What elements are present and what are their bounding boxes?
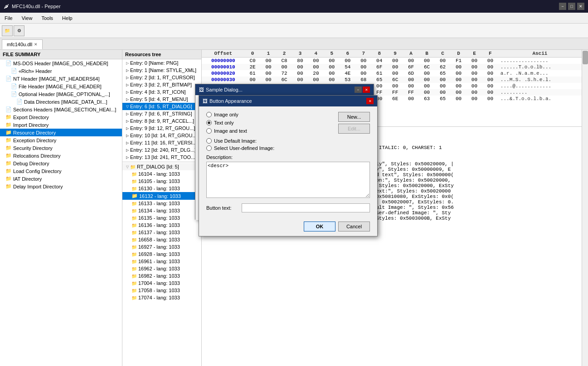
sub-entry-16136[interactable]: 📁 16136 - lang: 1033 [122,222,201,229]
side-buttons-group: New... Edit... [338,112,370,151]
sample-dialog-minimize[interactable]: − [355,87,362,93]
tree-export-directory[interactable]: 📁 Export Directory [0,113,122,121]
sub-entry-16104[interactable]: 📁 16104 - lang: 1033 [122,170,201,178]
res-entry-13[interactable]: ▷ Entry: 13 [Id: 241, RT_TOO...] [122,154,201,161]
radio-image-and-text[interactable]: Image and text [206,128,335,134]
res-entry-11[interactable]: ▷ Entry: 11 [Id: 16, RT_VERSI...] [122,139,201,146]
sub-entry-16658[interactable]: 📁 16658 - lang: 1033 [122,236,201,243]
radio-use-default-image[interactable]: Use Default Image: [206,138,335,144]
tree-dos-header[interactable]: 📄 MS-DOS Header [IMAGE_DOS_HEADER] [0,59,122,67]
res-entry-6[interactable]: ▽ Entry: 6 [Id: 5, RT_DIALOG] [122,103,201,110]
hex-header-offset: Offset [202,50,245,58]
tree-nt-header[interactable]: 📄 NT Header [IMAGE_NT_HEADERS64] [0,75,122,82]
tree-data-directories[interactable]: 📄 Data Directories [IMAGE_DATA_DI...] [0,98,122,106]
folder-icon: 📁 [131,193,138,199]
res-entry-2[interactable]: ▷ Entry: 2 [Id: 1, RT_CURSOR] [122,74,201,81]
radio-circle-image-and-text [206,128,212,134]
image-source-group: Use Default Image: Select User-defined I… [206,138,335,151]
folder-icon: 📁 [131,281,137,286]
tree-exception-directory[interactable]: 📁 Exception Directory [0,136,122,144]
tree-iat-directory[interactable]: 📁 IAT Directory [0,175,122,183]
sub-entry-16961[interactable]: 📁 16961 - lang: 1033 [122,258,201,265]
tab-bar: mfc140u.dll ✕ [0,38,588,50]
folder-icon: 📁 [131,274,137,279]
sub-entry-17058[interactable]: 📁 17058 - lang: 1033 [122,287,201,294]
tree-optional-header[interactable]: 📄 Optional Header [IMAGE_OPTIONAL_...] [0,90,122,98]
tree-sections-headers[interactable]: 📄 Sections Headers [IMAGE_SECTION_HEAI..… [0,106,122,113]
menu-view[interactable]: View [19,14,35,22]
expand-icon: ▷ [126,76,129,80]
sub-entry-16132[interactable]: 📁 16132 - lang: 1033 [122,192,201,200]
tab-mfc140u[interactable]: mfc140u.dll ✕ [2,39,43,49]
tree-file-header[interactable]: 📄 File Header [IMAGE_FILE_HEADER] [0,82,122,90]
toolbar-button-2[interactable]: ⚙ [14,25,24,36]
res-entry-5[interactable]: ▷ Entry: 5 [Id: 4, RT_MENU] [122,96,201,103]
sub-entry-16130[interactable]: 📁 16130 - lang: 1033 [122,185,201,192]
menu-tools[interactable]: Tools [39,14,56,22]
radio-options-group: Image only Text only Image and text Use … [206,112,335,151]
new-button[interactable]: New... [338,112,370,122]
res-entry-12[interactable]: ▷ Entry: 12 [Id: 240, RT_DLG...] [122,146,201,154]
cancel-button[interactable]: Cancel [338,222,370,231]
close-button[interactable]: ✕ [577,3,584,10]
res-entry-7[interactable]: ▷ Entry: 7 [Id: 6, RT_STRING] [122,110,201,117]
sub-entry-16105[interactable]: 📁 16105 - lang: 1033 [122,178,201,185]
minimize-button[interactable]: − [559,3,566,10]
tree-security-directory[interactable]: 📁 Security Directory [0,144,122,152]
expand-icon: ▷ [126,61,129,65]
sub-entry-17004[interactable]: 📁 17004 - lang: 1033 [122,279,201,287]
sub-entry-16927[interactable]: 📁 16927 - lang: 1033 [122,243,201,250]
sub-entry-16928[interactable]: 📁 16928 - lang: 1033 [122,250,201,258]
sub-entry-16982[interactable]: 📁 16982 - lang: 1033 [122,272,201,279]
sub-entry-16133[interactable]: 📁 16133 - lang: 1033 [122,200,201,207]
sub-entry-17074[interactable]: 📁 17074 - lang: 1033 [122,294,201,301]
btn-appearance-close[interactable]: ✕ [366,98,374,104]
expand-icon: ▷ [126,126,129,130]
res-entry-10[interactable]: ▷ Entry: 10 [Id: 14, RT_GROU...] [122,132,201,139]
res-entry-9[interactable]: ▷ Entry: 9 [Id: 12, RT_GROU...] [122,125,201,132]
sub-entry-16137[interactable]: 📁 16137 - lang: 1033 [122,229,201,236]
description-textarea[interactable]: <descr> [206,162,370,198]
right-scrollbar[interactable] [582,50,588,366]
folder-icon: 📁 [131,266,137,271]
tree-delay-import-directory[interactable]: 📁 Delay Import Directory [0,183,122,190]
radio-circle-image-only [206,112,212,117]
button-text-input[interactable] [242,203,370,212]
res-entry-4[interactable]: ▷ Entry: 4 [Id: 3, RT_ICON] [122,88,201,96]
expand-icon: ▷ [126,97,129,101]
folder-icon: 📁 [131,179,137,184]
tree-import-directory[interactable]: 📁 Import Directory [0,121,122,129]
toolbar-button-1[interactable]: 📁 [2,25,13,36]
tree-debug-directory[interactable]: 📁 Debug Directory [0,159,122,167]
radio-image-only[interactable]: Image only [206,112,335,117]
menu-help[interactable]: Help [59,14,75,22]
folder-icon: 📁 [131,288,137,293]
radio-text-only[interactable]: Text only [206,120,335,125]
folder-icon: 📄 [11,68,17,74]
radio-select-user-defined[interactable]: Select User-defined Image: [206,145,335,151]
tree-rich-header[interactable]: 📄 «Rich» Header [0,67,122,75]
maximize-button[interactable]: □ [568,3,575,10]
expand-icon: ▷ [126,90,129,94]
sub-entry-16135[interactable]: 📁 16135 - lang: 1033 [122,214,201,222]
tab-close-button[interactable]: ✕ [34,42,38,47]
rt-dialog-section[interactable]: ▽ 📁 RT_DIALOG [Id: 5] [122,163,201,170]
sub-entry-16962[interactable]: 📁 16962 - lang: 1033 [122,265,201,272]
button-appearance-dialog: 🖼 Button Appearance ✕ Image only Text on… [199,95,378,236]
res-entry-0[interactable]: ▷ Entry: 0 [Name: PNG] [122,59,201,67]
tree-relocations-directory[interactable]: 📁 Relocations Directory [0,152,122,159]
res-entry-3[interactable]: ▷ Entry: 3 [Id: 2, RT_BITMAP] [122,81,201,88]
ok-button[interactable]: OK [304,222,335,231]
sample-dialog-close[interactable]: ✕ [363,87,370,93]
tree-resource-directory[interactable]: 📁 Resource Directory [0,129,122,136]
res-entry-8[interactable]: ▷ Entry: 8 [Id: 9, RT_ACCEL...] [122,117,201,125]
sub-entry-16134[interactable]: 📁 16134 - lang: 1033 [122,207,201,214]
folder-icon: 📁 [5,183,12,189]
hex-header-ascii: Ascii [498,50,582,58]
edit-button[interactable]: Edit... [338,124,370,134]
hex-header-1: 1 [261,50,277,58]
menu-file[interactable]: File [2,14,15,22]
res-entry-1[interactable]: ▷ Entry: 1 [Name: STYLE_XML] [122,67,201,74]
tree-load-config-directory[interactable]: 📁 Load Config Directory [0,167,122,175]
hex-header-d: D [451,50,467,58]
